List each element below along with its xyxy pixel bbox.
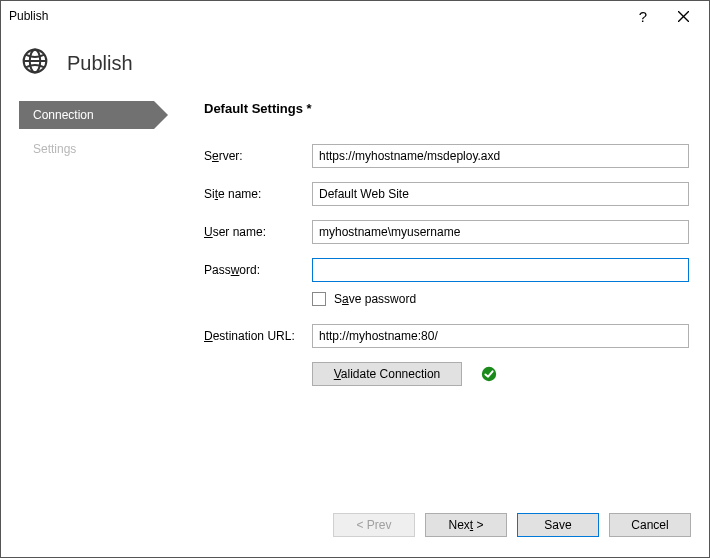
save-button[interactable]: Save: [517, 513, 599, 537]
page-title: Publish: [67, 52, 133, 75]
body: Connection Settings Default Settings * S…: [1, 101, 709, 501]
window-title: Publish: [9, 9, 623, 23]
row-sitename: Site name:: [204, 182, 689, 206]
svg-point-5: [482, 367, 496, 381]
row-validate: Validate Connection: [312, 362, 689, 386]
row-server: Server:: [204, 144, 689, 168]
sitename-label: Site name:: [204, 187, 312, 201]
sidebar-item-connection[interactable]: Connection: [19, 101, 154, 129]
cancel-label: Cancel: [631, 518, 668, 532]
validate-label: Validate Connection: [334, 367, 441, 381]
password-label: Password:: [204, 263, 312, 277]
save-label: Save: [544, 518, 571, 532]
server-label: Server:: [204, 149, 312, 163]
section-title: Default Settings *: [204, 101, 689, 116]
close-icon: [678, 11, 689, 22]
destination-label: Destination URL:: [204, 329, 312, 343]
validate-connection-button[interactable]: Validate Connection: [312, 362, 462, 386]
close-button[interactable]: [663, 2, 703, 30]
check-icon: [480, 365, 498, 383]
save-password-checkbox[interactable]: [312, 292, 326, 306]
page-header: Publish: [1, 31, 709, 101]
footer-buttons: < Prev Next > Save Cancel: [1, 501, 709, 557]
cancel-button[interactable]: Cancel: [609, 513, 691, 537]
username-label: User name:: [204, 225, 312, 239]
save-password-label: Save password: [334, 292, 416, 306]
sitename-input[interactable]: [312, 182, 689, 206]
row-username: User name:: [204, 220, 689, 244]
title-bar: Publish ?: [1, 1, 709, 31]
row-password: Password:: [204, 258, 689, 282]
help-button[interactable]: ?: [623, 2, 663, 30]
help-icon: ?: [639, 8, 647, 25]
prev-button: < Prev: [333, 513, 415, 537]
row-destination: Destination URL:: [204, 324, 689, 348]
username-input[interactable]: [312, 220, 689, 244]
sidebar-item-label: Settings: [33, 142, 76, 156]
server-input[interactable]: [312, 144, 689, 168]
sidebar-item-label: Connection: [33, 108, 94, 122]
content-panel: Default Settings * Server: Site name: Us…: [174, 101, 699, 501]
password-input[interactable]: [312, 258, 689, 282]
prev-label: < Prev: [356, 518, 391, 532]
next-label: Next >: [448, 518, 483, 532]
globe-icon: [21, 47, 53, 79]
sidebar-item-settings[interactable]: Settings: [19, 135, 174, 163]
next-button[interactable]: Next >: [425, 513, 507, 537]
row-save-password: Save password: [312, 292, 689, 306]
wizard-sidebar: Connection Settings: [19, 101, 174, 501]
destination-input[interactable]: [312, 324, 689, 348]
